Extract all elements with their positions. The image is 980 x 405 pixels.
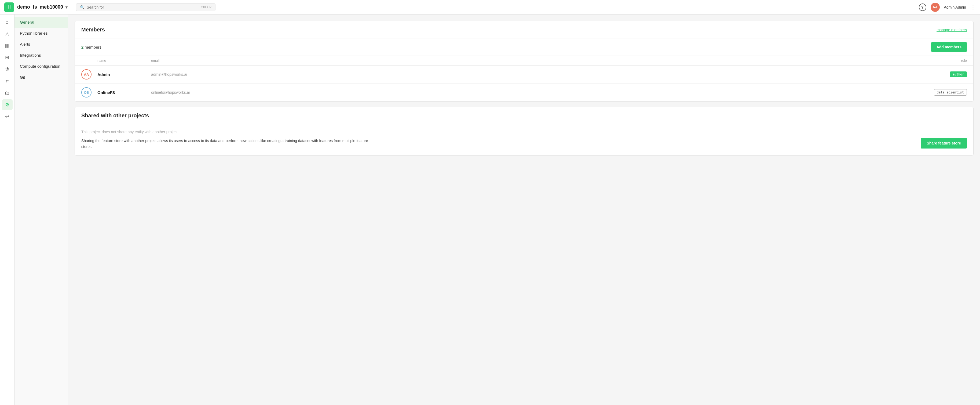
col-email: email bbox=[151, 59, 913, 62]
avatar: AA bbox=[81, 69, 92, 80]
member-email: admin@hopsworks.ai bbox=[151, 72, 913, 77]
table-header: name email role bbox=[75, 56, 973, 65]
scientist-badge: data scientist bbox=[934, 89, 967, 96]
author-badge: author bbox=[950, 72, 967, 77]
search-bar: 🔍 Ctrl + P bbox=[76, 3, 215, 11]
sidebar-item-git[interactable]: Git bbox=[14, 72, 68, 83]
shared-title: Shared with other projects bbox=[81, 113, 149, 119]
nav-triangle[interactable]: △ bbox=[2, 29, 13, 39]
logo[interactable]: H bbox=[4, 2, 14, 12]
sidebar: General Python libraries Alerts Integrat… bbox=[14, 14, 68, 405]
project-name: demo_fs_meb10000 bbox=[17, 4, 63, 10]
sidebar-item-compute-configuration[interactable]: Compute configuration bbox=[14, 61, 68, 72]
role-badge: data scientist bbox=[913, 89, 967, 96]
col-name: name bbox=[97, 59, 151, 62]
member-name: OnlineFS bbox=[97, 90, 151, 95]
sidebar-item-general[interactable]: General bbox=[14, 17, 68, 28]
share-feature-store-button[interactable]: Share feature store bbox=[921, 138, 967, 148]
navbar-right: ? AA Admin Admin ⋮ bbox=[919, 3, 976, 12]
members-count: 2 members bbox=[81, 45, 102, 49]
sidebar-item-python-libraries[interactable]: Python libraries bbox=[14, 28, 68, 39]
col-role: role bbox=[913, 59, 967, 62]
more-options-icon[interactable]: ⋮ bbox=[970, 4, 976, 11]
search-icon: 🔍 bbox=[80, 5, 84, 10]
project-selector[interactable]: demo_fs_meb10000 ▼ bbox=[17, 4, 68, 10]
search-shortcut: Ctrl + P bbox=[201, 5, 212, 9]
navbar: H demo_fs_meb10000 ▼ 🔍 Ctrl + P ? AA Adm… bbox=[0, 0, 980, 14]
role-badge: author bbox=[913, 72, 967, 77]
members-title: Members bbox=[81, 27, 105, 33]
sidebar-item-alerts[interactable]: Alerts bbox=[14, 39, 68, 50]
table-row: AA Admin admin@hopsworks.ai author bbox=[75, 65, 973, 83]
shared-empty-note: This project does not share any entity w… bbox=[81, 130, 967, 134]
table-row: OS OnlineFS onlinefs@hopsworks.ai data s… bbox=[75, 83, 973, 101]
nav-stack[interactable]: ⊞ bbox=[2, 52, 13, 63]
nav-tag[interactable]: ⌗ bbox=[2, 76, 13, 86]
members-count-row: 2 members Add members bbox=[75, 38, 973, 56]
shared-description: Sharing the feature store with another p… bbox=[81, 138, 377, 150]
chevron-down-icon: ▼ bbox=[65, 5, 68, 10]
nav-settings[interactable]: ⚙ bbox=[2, 99, 13, 110]
help-icon[interactable]: ? bbox=[919, 3, 926, 11]
nav-table[interactable]: ▦ bbox=[2, 40, 13, 51]
add-members-button[interactable]: Add members bbox=[931, 42, 967, 52]
shared-body: This project does not share any entity w… bbox=[75, 124, 973, 155]
shared-projects-card: Shared with other projects This project … bbox=[75, 107, 974, 156]
nav-flask[interactable]: ⚗ bbox=[2, 64, 13, 75]
search-input[interactable] bbox=[87, 5, 199, 10]
admin-name: Admin Admin bbox=[944, 5, 966, 10]
nav-back[interactable]: ↩ bbox=[2, 111, 13, 122]
manage-members-link[interactable]: manage members bbox=[937, 28, 967, 32]
nav-folder[interactable]: 🗂 bbox=[2, 88, 13, 98]
members-card-header: Members manage members bbox=[75, 21, 973, 38]
members-card: Members manage members 2 members Add mem… bbox=[75, 21, 974, 102]
icon-bar: ⌂ △ ▦ ⊞ ⚗ ⌗ 🗂 ⚙ ↩ bbox=[0, 14, 14, 405]
nav-home[interactable]: ⌂ bbox=[2, 17, 13, 27]
shared-desc-row: Sharing the feature store with another p… bbox=[81, 138, 967, 150]
main-content: Members manage members 2 members Add mem… bbox=[68, 14, 980, 405]
shared-card-header: Shared with other projects bbox=[75, 107, 973, 124]
avatar: OS bbox=[81, 87, 92, 97]
member-name: Admin bbox=[97, 72, 151, 77]
sidebar-item-integrations[interactable]: Integrations bbox=[14, 50, 68, 61]
user-avatar: AA bbox=[931, 3, 940, 12]
member-email: onlinefs@hopsworks.ai bbox=[151, 90, 913, 94]
logo-text: H bbox=[8, 5, 11, 10]
